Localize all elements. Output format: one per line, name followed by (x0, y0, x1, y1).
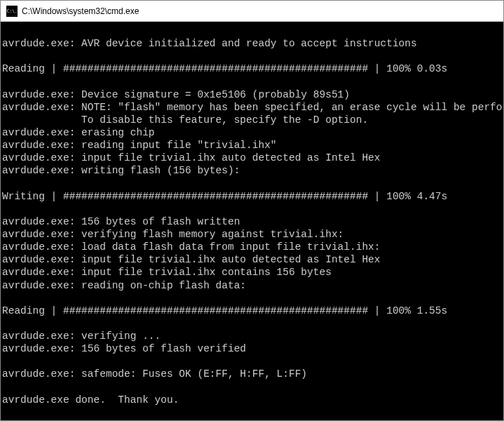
titlebar[interactable]: C:\. C:\Windows\system32\cmd.exe (1, 1, 503, 22)
terminal-line: avrdude.exe: reading on-chip flash data: (2, 279, 502, 292)
terminal-line: avrdude.exe: AVR device initialized and … (2, 37, 502, 50)
terminal-line (2, 317, 502, 330)
terminal-line (2, 50, 502, 62)
terminal-line: avrdude.exe: Device signature = 0x1e5106… (2, 88, 502, 101)
terminal-line: avrdude.exe: verifying ... (2, 330, 502, 342)
terminal-output[interactable]: avrdude.exe: AVR device initialized and … (1, 22, 503, 420)
terminal-line (2, 292, 502, 305)
terminal-line (2, 25, 502, 37)
window-title: C:\Windows\system32\cmd.exe (22, 6, 139, 16)
terminal-line: avrdude.exe: 156 bytes of flash written (2, 215, 502, 228)
terminal-line: Reading | ##############################… (2, 305, 502, 317)
cmd-icon: C:\. (6, 6, 18, 17)
terminal-line (2, 203, 502, 215)
terminal-line: avrdude.exe done. Thank you. (2, 394, 502, 406)
terminal-line: Reading | ##############################… (2, 62, 502, 75)
terminal-line: avrdude.exe: 156 bytes of flash verified (2, 342, 502, 355)
terminal-line: avrdude.exe: input file trivial.ihx cont… (2, 266, 502, 279)
terminal-line: avrdude.exe: reading input file "trivial… (2, 139, 502, 152)
cmd-window: C:\. C:\Windows\system32\cmd.exe avrdude… (0, 0, 504, 421)
terminal-line: avrdude.exe: erasing chip (2, 126, 502, 139)
terminal-line: avrdude.exe: verifying flash memory agai… (2, 228, 502, 241)
terminal-line (2, 381, 502, 394)
terminal-line (2, 178, 502, 190)
terminal-line (2, 76, 502, 88)
terminal-line: Writing | ##############################… (2, 190, 502, 203)
terminal-line: avrdude.exe: input file trivial.ihx auto… (2, 152, 502, 164)
terminal-line: avrdude.exe: safemode: Fuses OK (E:FF, H… (2, 368, 502, 380)
terminal-line: avrdude.exe: NOTE: "flash" memory has be… (2, 101, 502, 114)
terminal-line: avrdude.exe: input file trivial.ihx auto… (2, 253, 502, 266)
terminal-line: avrdude.exe: load data flash data from i… (2, 241, 502, 253)
terminal-line: avrdude.exe: writing flash (156 bytes): (2, 164, 502, 177)
terminal-line (2, 355, 502, 368)
terminal-line: To disable this feature, specify the -D … (2, 114, 502, 126)
